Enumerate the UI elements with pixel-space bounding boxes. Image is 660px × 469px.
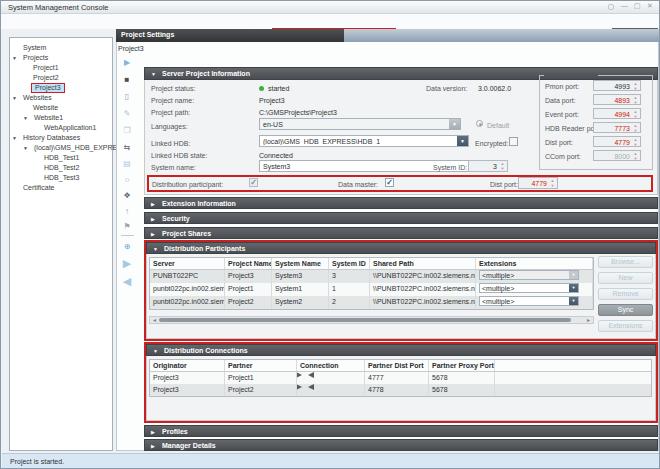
section-header-security[interactable]: ▶ Security bbox=[144, 212, 658, 224]
start-project-icon[interactable]: ▶ bbox=[119, 58, 135, 68]
tree-item-system[interactable]: System bbox=[23, 43, 46, 53]
link-hdb-icon[interactable]: ⇆ bbox=[119, 143, 135, 153]
add-icon[interactable]: ⊕ bbox=[119, 242, 135, 252]
spinner-arrows-icon[interactable]: ▲▼ bbox=[632, 138, 639, 147]
horizontal-scrollbar[interactable]: ◄ ► bbox=[149, 316, 594, 324]
tree-item-webapplication1[interactable]: WebApplication1 bbox=[44, 123, 96, 133]
table-row[interactable]: Project3 Project1 4777 5678 bbox=[150, 372, 651, 384]
section-header-distribution-connections[interactable]: ▼ Distribution Connections bbox=[146, 344, 656, 356]
stop-website-icon[interactable]: ◀ bbox=[119, 275, 135, 287]
table-row[interactable]: punbt022pc.in002.siemens.net Project1 Sy… bbox=[150, 283, 593, 296]
default-language-radio[interactable] bbox=[476, 120, 483, 127]
tree-item-website1[interactable]: Website1 bbox=[34, 113, 63, 123]
encrypted-checkbox[interactable] bbox=[509, 137, 518, 146]
column-header[interactable]: Partner Proxy Port bbox=[429, 360, 495, 371]
spinner-arrows-icon[interactable]: ▲▼ bbox=[632, 124, 639, 133]
extensions-dropdown[interactable]: <multiple> ▼ bbox=[479, 270, 579, 280]
close-button[interactable]: ✕ bbox=[647, 2, 653, 10]
extensions-button[interactable]: Extensions bbox=[598, 320, 653, 332]
title-bar: System Management Console — ▢ ✕ bbox=[1, 1, 660, 14]
spinner-arrows-icon[interactable]: ▲▼ bbox=[632, 82, 639, 91]
extensions-dropdown[interactable]: <multiple> ▼ bbox=[479, 296, 579, 306]
chevron-down-icon: ▼ bbox=[569, 297, 578, 305]
ccom-port-stepper[interactable]: 8000 ▲▼ bbox=[593, 150, 641, 161]
port-information-title: Port Information bbox=[544, 72, 598, 79]
remove-button[interactable]: Remove bbox=[598, 288, 653, 300]
section-header-project-shares[interactable]: ▶ Project Shares bbox=[144, 227, 658, 239]
scrollbar-thumb[interactable] bbox=[159, 318, 571, 322]
data-port-stepper[interactable]: 4893 ▲▼ bbox=[593, 94, 641, 105]
column-header[interactable]: Originator bbox=[150, 360, 225, 371]
chevron-down-icon: ▼ bbox=[153, 348, 158, 354]
section-header-extension-information[interactable]: ▶ Extension Information bbox=[144, 197, 658, 209]
scroll-right-icon[interactable]: ► bbox=[586, 317, 591, 324]
column-header[interactable]: Extensions bbox=[476, 258, 593, 269]
spinner-arrows-icon[interactable]: ▲▼ bbox=[549, 179, 556, 188]
tree-item-projects[interactable]: Projects bbox=[23, 53, 48, 63]
pmon-port-value: 4993 bbox=[614, 83, 630, 90]
copy-project-icon[interactable]: ❐ bbox=[119, 126, 135, 136]
distribution-participant-checkbox[interactable]: ✓ bbox=[249, 178, 258, 187]
languages-dropdown[interactable]: en-US ▼ bbox=[259, 118, 461, 130]
data-master-checkbox[interactable]: ✓ bbox=[385, 178, 394, 187]
tree-item-certificate[interactable]: Certificate bbox=[23, 183, 55, 193]
tree-item-websites[interactable]: Websites bbox=[23, 93, 52, 103]
tree-item-hdb-test2[interactable]: HDB_Test2 bbox=[44, 163, 79, 173]
section-header-distribution-participants[interactable]: ▼ Distribution Participants bbox=[146, 242, 656, 254]
distribution-icon[interactable]: ❖ bbox=[119, 191, 135, 201]
sync-button[interactable]: Sync bbox=[598, 304, 653, 316]
pin-icon[interactable]: ⚑ bbox=[119, 222, 135, 232]
tree-item-project2[interactable]: Project2 bbox=[33, 73, 59, 83]
table-row[interactable]: punbt022pc.in002.siemens.net Project2 Sy… bbox=[150, 296, 593, 309]
tree-expander-icon[interactable]: ▼ bbox=[23, 113, 28, 123]
column-header[interactable]: Connection bbox=[297, 360, 365, 371]
tree-item-project1[interactable]: Project1 bbox=[33, 63, 59, 73]
dist-port-info-stepper[interactable]: 4779 ▲▼ bbox=[593, 136, 641, 147]
tree-expander-icon[interactable]: ▼ bbox=[23, 143, 28, 153]
stop-project-icon[interactable]: ■ bbox=[119, 75, 135, 85]
pmon-port-stepper[interactable]: 4993 ▲▼ bbox=[593, 80, 641, 91]
tree-item-history-databases[interactable]: History Databases bbox=[23, 133, 80, 143]
save-project-icon[interactable]: ▤ bbox=[119, 159, 135, 169]
scroll-left-icon[interactable]: ◄ bbox=[152, 317, 157, 324]
column-header[interactable]: Partner Dist Port bbox=[365, 360, 429, 371]
tree-expander-icon[interactable]: ▼ bbox=[12, 93, 17, 103]
spinner-arrows-icon[interactable]: ▲▼ bbox=[632, 96, 639, 105]
tree-expander-icon[interactable]: ▼ bbox=[12, 133, 17, 143]
new-button[interactable]: New bbox=[598, 272, 653, 284]
spinner-arrows-icon[interactable]: ▲▼ bbox=[632, 152, 639, 161]
spinner-arrows-icon[interactable]: ▲▼ bbox=[632, 110, 639, 119]
tree-item-hdb-test3[interactable]: HDB_Test3 bbox=[44, 173, 79, 183]
restore-project-icon[interactable]: ○ bbox=[119, 175, 135, 185]
browse-button[interactable]: Browse... bbox=[598, 256, 653, 268]
column-header[interactable]: Server bbox=[150, 258, 225, 269]
tree-expander-icon[interactable]: ▼ bbox=[12, 53, 17, 63]
maximize-button[interactable]: ▢ bbox=[634, 2, 641, 10]
column-header[interactable]: Shared Path bbox=[370, 258, 476, 269]
hdb-reader-port-stepper[interactable]: 7773 ▲▼ bbox=[593, 122, 641, 133]
table-row[interactable]: Project3 Project2 4778 5678 bbox=[150, 384, 651, 396]
spinner-arrows-icon[interactable]: ▲▼ bbox=[499, 162, 506, 171]
tree-item-project3[interactable]: Project3 bbox=[31, 83, 65, 93]
system-id-stepper[interactable]: 3 ▲▼ bbox=[468, 160, 508, 172]
column-header[interactable]: Partner bbox=[225, 360, 297, 371]
extensions-dropdown[interactable]: <multiple> ▼ bbox=[479, 283, 579, 293]
upgrade-project-icon[interactable]: ↑ bbox=[119, 207, 135, 217]
minimize-button[interactable]: — bbox=[621, 2, 628, 9]
event-port-stepper[interactable]: 4994 ▲▼ bbox=[593, 108, 641, 119]
start-website-icon[interactable]: ▶ bbox=[119, 257, 135, 269]
table-row[interactable]: PUNBT022PC Project3 System3 3 \\PUNBT022… bbox=[150, 270, 593, 283]
dist-port-stepper[interactable]: 4779 ▲▼ bbox=[518, 177, 558, 189]
project-device-icon[interactable]: ▯ bbox=[119, 92, 135, 102]
tab-project-settings[interactable]: Project Settings bbox=[116, 29, 344, 42]
tree-item-website[interactable]: Website bbox=[33, 103, 58, 113]
column-header[interactable]: Project Name bbox=[225, 258, 272, 269]
column-header[interactable]: System ID bbox=[329, 258, 370, 269]
section-header-profiles[interactable]: ▶ Profiles bbox=[144, 425, 658, 437]
edit-project-icon[interactable]: ✎ bbox=[119, 109, 135, 119]
tree-item-gms-hdb-express[interactable]: (local)\GMS_HDB_EXPRESS bbox=[34, 143, 127, 153]
tree-item-hdb-test1[interactable]: HDB_Test1 bbox=[44, 153, 79, 163]
column-header[interactable]: System Name bbox=[272, 258, 329, 269]
section-header-manager-details[interactable]: ▶ Manager Details bbox=[144, 439, 658, 451]
linked-hdb-dropdown[interactable]: (local)\GMS_HDB_EXPRESS\HDB_1 ▼ bbox=[259, 135, 469, 147]
